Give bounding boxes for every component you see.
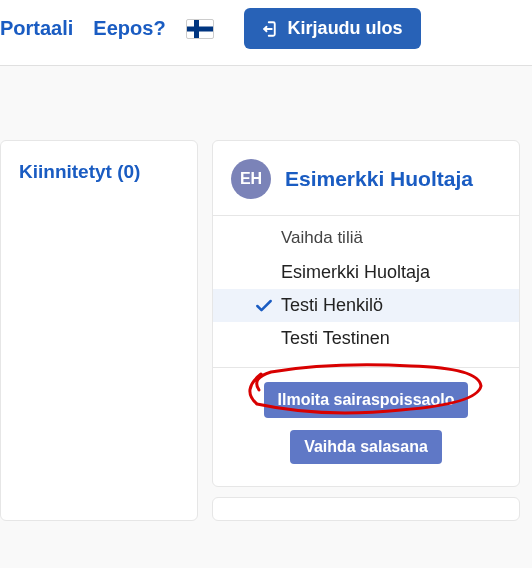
account-item[interactable]: Testi Henkilö <box>213 289 519 322</box>
profile-actions: Ilmoita sairaspoissaolo Vaihda salasana <box>213 368 519 464</box>
profile-name: Esimerkki Huoltaja <box>285 167 473 191</box>
door-exit-icon <box>262 20 280 38</box>
report-sick-leave-button[interactable]: Ilmoita sairaspoissaolo <box>264 382 469 418</box>
nav-link-eepos[interactable]: Eepos? <box>93 17 165 40</box>
content-area: Kiinnitetyt (0) EH Esimerkki Huoltaja Va… <box>0 140 532 521</box>
language-flag-icon[interactable] <box>186 19 214 39</box>
account-item[interactable]: Esimerkki Huoltaja <box>213 256 519 289</box>
profile-card: EH Esimerkki Huoltaja Vaihda tiliä Esime… <box>212 140 520 487</box>
partial-card <box>212 497 520 521</box>
account-list: Esimerkki Huoltaja Testi Henkilö Testi T… <box>213 256 519 367</box>
header-nav: Portaali Eepos? Kirjaudu ulos <box>0 0 532 66</box>
check-icon <box>251 296 277 316</box>
logout-button[interactable]: Kirjaudu ulos <box>244 8 421 49</box>
pinned-card: Kiinnitetyt (0) <box>0 140 198 521</box>
nav-link-portal[interactable]: Portaali <box>0 17 73 40</box>
change-password-button[interactable]: Vaihda salasana <box>290 430 442 464</box>
avatar: EH <box>231 159 271 199</box>
account-name: Esimerkki Huoltaja <box>281 262 430 283</box>
switch-account-label: Vaihda tiliä <box>213 216 519 256</box>
account-item[interactable]: Testi Testinen <box>213 322 519 355</box>
logout-label: Kirjaudu ulos <box>288 18 403 39</box>
account-name: Testi Henkilö <box>281 295 383 316</box>
pinned-title: Kiinnitetyt (0) <box>19 161 179 183</box>
profile-header: EH Esimerkki Huoltaja <box>213 159 519 215</box>
account-name: Testi Testinen <box>281 328 390 349</box>
